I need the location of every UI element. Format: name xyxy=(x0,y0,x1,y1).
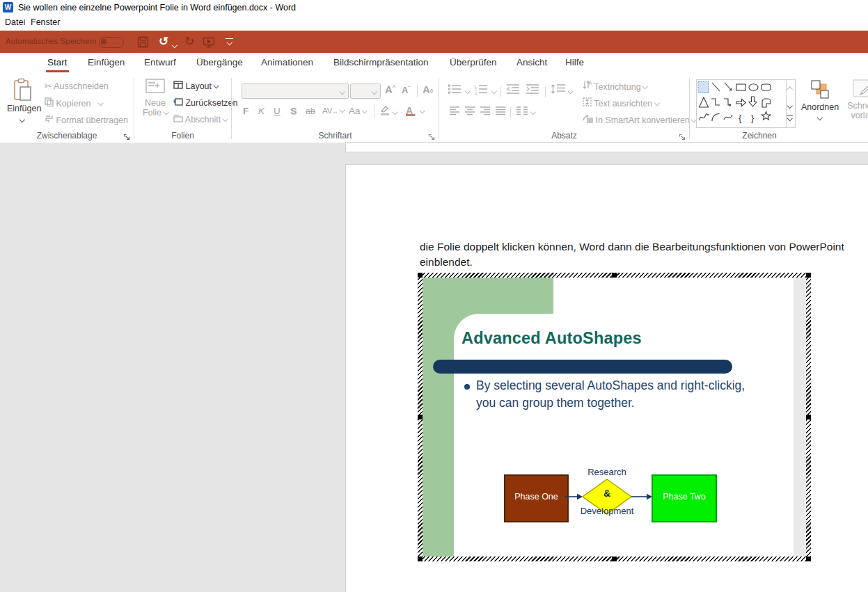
slide-bullet-text: By selecting several AutoShapes and righ… xyxy=(476,377,757,412)
group-label-clipboard: Zwischenablage xyxy=(0,131,134,141)
menu-bar: Datei Fenster xyxy=(0,15,868,31)
resize-handle-w[interactable] xyxy=(418,415,423,419)
paste-button[interactable]: Einfügen xyxy=(7,78,38,125)
columns-button[interactable] xyxy=(516,106,535,118)
font-dialog-launcher[interactable] xyxy=(428,131,436,139)
resize-handle-s[interactable] xyxy=(612,557,617,561)
char-spacing-button[interactable]: AV↔ xyxy=(322,106,344,115)
align-text-label: Text ausrichten xyxy=(594,99,652,109)
redo-icon[interactable]: ↻ xyxy=(181,33,198,50)
cut-label: Ausschneiden xyxy=(54,81,109,91)
font-name-combo[interactable] xyxy=(242,83,349,99)
align-text-button[interactable]: Text ausrichten xyxy=(583,97,658,109)
resize-handle-se[interactable] xyxy=(806,557,811,561)
group-label-font: Schriftart xyxy=(232,131,439,141)
group-font: A^ Aˇ A◊ F K U S ab AV↔ Aa A Schriftart xyxy=(232,75,439,142)
section-icon xyxy=(173,115,183,125)
menu-fenster[interactable]: Fenster xyxy=(31,17,60,27)
text-shadow-button[interactable]: S xyxy=(290,106,297,116)
highlight-button[interactable] xyxy=(379,104,397,118)
underline-button[interactable]: U xyxy=(274,106,281,116)
diagram-box-phase-two: Phase Two xyxy=(652,474,717,522)
align-center-button[interactable] xyxy=(464,106,475,118)
group-label-slides: Folien xyxy=(134,131,231,141)
tab-start[interactable]: Start xyxy=(46,57,69,67)
paragraph-dialog-launcher[interactable] xyxy=(679,131,687,139)
text-direction-button[interactable]: A Textrichtung xyxy=(583,81,647,92)
italic-button[interactable]: K xyxy=(258,106,265,116)
customize-qat-icon[interactable] xyxy=(226,38,233,45)
tab-bildschirmpraesentation[interactable]: Bildschirmpräsentation xyxy=(332,57,430,67)
new-slide-button[interactable]: Neue Folie xyxy=(141,78,169,118)
quick-styles-icon xyxy=(853,91,868,101)
tab-entwurf[interactable]: Entwurf xyxy=(143,57,177,67)
layout-icon xyxy=(173,81,183,91)
shrink-font-button[interactable]: Aˇ xyxy=(402,85,410,95)
word-window: W Sie wollen eine einzelne Powerpoint Fo… xyxy=(0,0,868,592)
convert-smartart-button[interactable]: In SmartArt konvertieren xyxy=(583,114,696,125)
document-paragraph[interactable]: die Folie doppelt klicken können, Word d… xyxy=(420,239,850,271)
undo-dropdown[interactable] xyxy=(173,39,177,51)
numbering-button[interactable]: 123 xyxy=(474,83,496,97)
group-slides: Neue Folie Layout Zurücksetzen Abschnitt xyxy=(134,75,231,142)
tab-einfuegen[interactable]: Einfügen xyxy=(86,57,126,67)
resize-handle-ne[interactable] xyxy=(806,273,811,278)
gallery-more-button[interactable] xyxy=(787,115,793,120)
gallery-scroll-up[interactable] xyxy=(788,83,792,96)
format-painter-button[interactable]: Format übertragen xyxy=(45,114,128,125)
resize-handle-nw[interactable] xyxy=(418,273,423,278)
diagram-label-development: Development xyxy=(555,506,659,516)
copy-label: Kopieren xyxy=(56,99,90,109)
increase-indent-button[interactable] xyxy=(526,83,539,97)
quick-styles-label-1: Schnellfo xyxy=(847,101,868,111)
justify-button[interactable] xyxy=(495,106,506,118)
grow-font-button[interactable]: A^ xyxy=(385,83,396,95)
clear-formatting-button[interactable]: A◊ xyxy=(423,83,433,95)
menu-datei[interactable]: Datei xyxy=(5,17,25,27)
undo-icon[interactable]: ↺ xyxy=(155,33,172,50)
shapes-gallery[interactable]: { } xyxy=(696,79,787,128)
align-right-button[interactable] xyxy=(480,106,491,118)
layout-label: Layout xyxy=(185,81,212,91)
textbox-shape-icon xyxy=(698,82,709,93)
tab-hilfe[interactable]: Hilfe xyxy=(564,57,585,67)
tab-ansicht[interactable]: Ansicht xyxy=(515,57,549,67)
cut-button[interactable]: ✂ Ausschneiden xyxy=(45,81,109,91)
embedded-slide-object[interactable]: Advanced AutoShapes By selecting several… xyxy=(418,273,811,561)
quick-access-toolbar: Automatisches Speichern ↺ ↻ xyxy=(0,31,868,53)
resize-handle-sw[interactable] xyxy=(418,557,423,561)
strikethrough-button[interactable]: ab xyxy=(306,106,315,116)
font-size-combo[interactable] xyxy=(350,83,381,99)
paste-icon xyxy=(12,94,33,104)
bold-button[interactable]: F xyxy=(243,106,248,116)
line-spacing-button[interactable] xyxy=(551,83,573,97)
save-icon[interactable] xyxy=(137,36,149,51)
align-left-button[interactable] xyxy=(449,106,460,118)
slideshow-icon[interactable] xyxy=(203,36,215,51)
quick-styles-button[interactable]: Schnellfo vorlage xyxy=(844,79,868,120)
resize-handle-e[interactable] xyxy=(806,415,811,419)
gallery-scroll-down[interactable] xyxy=(788,99,792,112)
autosave-toggle[interactable] xyxy=(99,37,124,48)
clipboard-dialog-launcher[interactable] xyxy=(123,131,132,139)
reset-button[interactable]: Zurücksetzen xyxy=(173,97,238,108)
window-title: Sie wollen eine einzelne Powerpoint Foli… xyxy=(18,3,296,13)
text-direction-icon: A xyxy=(583,82,592,92)
copy-button[interactable]: Kopieren xyxy=(45,97,103,109)
section-button[interactable]: Abschnitt xyxy=(173,114,227,125)
resize-handle-n[interactable] xyxy=(612,273,617,278)
slide-title-bar-shape xyxy=(433,360,732,374)
layout-button[interactable]: Layout xyxy=(173,81,218,91)
svg-text:{: { xyxy=(739,113,742,123)
tab-animationen[interactable]: Animationen xyxy=(260,57,315,67)
change-case-button[interactable]: Aa xyxy=(349,106,367,116)
group-label-drawing: Zeichnen xyxy=(690,131,829,141)
tab-ueberpruefen[interactable]: Überprüfen xyxy=(448,57,498,67)
font-color-button[interactable]: A xyxy=(406,104,424,117)
new-slide-icon xyxy=(145,88,166,98)
tab-uebergaenge[interactable]: Übergänge xyxy=(195,57,244,67)
bullets-button[interactable] xyxy=(448,83,470,97)
arrange-button[interactable]: Anordnen xyxy=(798,79,842,123)
diagram-label-research: Research xyxy=(555,467,659,477)
decrease-indent-button[interactable] xyxy=(506,83,520,97)
